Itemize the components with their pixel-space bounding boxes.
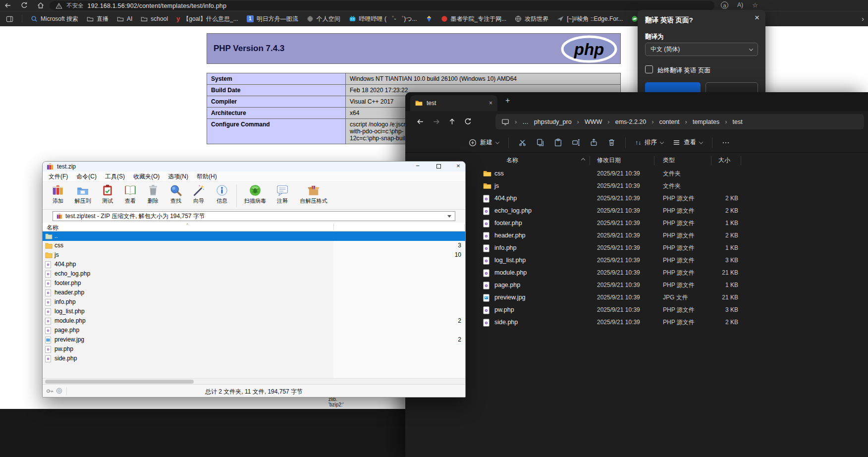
breadcrumb-item-WWW[interactable]: WWW — [585, 118, 602, 125]
tool-extract-button[interactable]: 解压到 — [69, 183, 96, 205]
new-tab-icon[interactable]: + — [505, 96, 510, 105]
archive-row[interactable]: css3 — [43, 241, 465, 250]
close-icon[interactable]: × — [454, 162, 463, 170]
copy-icon[interactable] — [536, 138, 544, 147]
tool-sfx-button[interactable]: 自解压格式 — [294, 183, 333, 205]
menu-item-收藏夹(O)[interactable]: 收藏夹(O) — [133, 172, 160, 181]
menu-item-选项(N)[interactable]: 选项(N) — [168, 172, 188, 181]
column-header-type[interactable]: 类型 — [663, 156, 675, 165]
refresh-icon[interactable] — [20, 1, 28, 9]
bookmark-item[interactable]: [~]#棱角 ::Edge.For... — [557, 15, 623, 23]
explorer-file-row[interactable]: pw.php2025/9/21 10:39PHP 源文件3 KB — [405, 304, 868, 316]
menu-item-工具(S)[interactable]: 工具(S) — [105, 172, 125, 181]
archive-row[interactable]: footer.php — [43, 279, 465, 288]
menu-item-帮助(H)[interactable]: 帮助(H) — [197, 172, 217, 181]
forward-icon[interactable] — [432, 117, 440, 126]
archive-row[interactable]: .. — [43, 231, 465, 241]
bookmark-item[interactable]: school — [141, 15, 168, 23]
explorer-file-row[interactable]: echo_log.php2025/9/21 10:39PHP 源文件2 KB — [405, 205, 868, 217]
explorer-file-row[interactable]: module.php2025/9/21 10:39PHP 源文件21 KB — [405, 267, 868, 279]
explorer-file-row[interactable]: preview.jpg2025/9/21 10:39JPG 文件21 KB — [405, 291, 868, 304]
archive-row[interactable]: info.php — [43, 297, 465, 307]
new-button[interactable]: 新建 — [469, 138, 499, 147]
archive-row[interactable]: log_list.php — [43, 307, 465, 316]
always-translate-checkbox[interactable] — [645, 65, 653, 73]
bookmark-item[interactable]: 攻防世界 — [515, 15, 548, 23]
column-header-name[interactable]: 名称 — [506, 156, 518, 165]
address-bar[interactable]: 不安全 192.168.1.56:902/content/templates/t… — [50, 1, 714, 10]
explorer-file-row[interactable]: js2025/9/21 10:39文件夹 — [405, 180, 868, 192]
bookmark-item[interactable]: Microsoft 搜索 — [31, 15, 78, 23]
archive-row[interactable]: header.php — [43, 288, 465, 297]
breadcrumb-item-phpstudy_pro[interactable]: phpstudy_pro — [534, 118, 572, 125]
sidebar-panel-icon[interactable] — [6, 15, 13, 23]
tool-test-button[interactable]: 测试 — [96, 183, 119, 205]
archive-row[interactable]: preview.jpg2 — [43, 335, 465, 344]
explorer-file-row[interactable]: 404.php2025/9/21 10:39PHP 源文件2 KB — [405, 192, 868, 205]
column-header-date[interactable]: 修改日期 — [597, 156, 621, 165]
bookmark-item[interactable]: 个人空间 — [307, 15, 340, 23]
archive-row[interactable]: echo_log.php — [43, 269, 465, 279]
more-options-icon[interactable] — [722, 139, 730, 147]
breadcrumb-item-content[interactable]: content — [659, 118, 680, 125]
tool-comment-button[interactable]: 注释 — [271, 183, 294, 205]
home-icon[interactable] — [37, 1, 45, 9]
explorer-file-row[interactable]: page.php2025/9/21 10:39PHP 源文件1 KB — [405, 279, 868, 291]
breadcrumb-item-test[interactable]: test — [732, 118, 742, 125]
tool-add-button[interactable]: 添加 — [47, 183, 69, 205]
tool-wizard-button[interactable]: 向导 — [187, 183, 210, 205]
breadcrumb-ellipsis[interactable]: … — [522, 118, 529, 125]
archive-row[interactable]: module.php2 — [43, 316, 465, 326]
tool-view-button[interactable]: 查看 — [119, 183, 142, 205]
bookmark-item[interactable]: 墨者学院_专注于网... — [441, 15, 507, 23]
archive-address-field[interactable]: test.zip\test - ZIP 压缩文件, 解包大小为 194,757 … — [53, 211, 455, 221]
explorer-file-row[interactable]: log_list.php2025/9/21 10:39PHP 源文件3 KB — [405, 254, 868, 267]
explorer-file-row[interactable]: header.php2025/9/21 10:39PHP 源文件2 KB — [405, 229, 868, 242]
sort-button[interactable]: ↑↓ 排序 — [635, 138, 663, 147]
back-icon[interactable] — [416, 117, 425, 126]
scrollbar-thumb[interactable] — [45, 380, 194, 384]
column-header-size[interactable]: 大小 — [718, 156, 730, 165]
translate-page-icon[interactable]: a — [721, 1, 728, 9]
archive-row[interactable]: page.php — [43, 326, 465, 335]
up-icon[interactable] — [448, 117, 456, 126]
rename-icon[interactable] — [572, 138, 580, 147]
menu-item-命令(C)[interactable]: 命令(C) — [76, 172, 97, 181]
back-icon[interactable] — [4, 1, 12, 9]
tool-delete-button[interactable]: 删除 — [142, 183, 164, 205]
explorer-tab-test[interactable]: test × — [410, 95, 497, 111]
maximize-icon[interactable] — [434, 164, 443, 169]
archive-row[interactable]: pw.php — [43, 344, 465, 354]
bookmark-item[interactable]: AI — [117, 15, 132, 23]
archive-row[interactable]: js10 — [43, 250, 465, 260]
bookmark-item[interactable]: y【goal】什么意思_... — [176, 15, 238, 23]
tool-find-button[interactable]: 查找 — [164, 183, 187, 205]
cut-icon[interactable] — [518, 138, 527, 147]
menu-item-文件(F)[interactable]: 文件(F) — [49, 172, 68, 181]
delete-icon[interactable] — [607, 138, 616, 147]
tool-scan-button[interactable]: 扫描病毒 — [239, 183, 271, 205]
explorer-file-row[interactable]: side.php2025/9/21 10:39PHP 源文件2 KB — [405, 316, 868, 329]
read-aloud-icon[interactable]: A) — [737, 1, 743, 8]
breadcrumb-item-templates[interactable]: templates — [693, 118, 719, 125]
tab-close-icon[interactable]: × — [489, 100, 492, 107]
bookmark-item[interactable]: 直播 — [87, 15, 108, 23]
winrar-title-bar[interactable]: test.zip — [43, 162, 465, 171]
explorer-file-row[interactable]: css2025/9/21 10:39文件夹 — [405, 168, 868, 180]
explorer-file-row[interactable]: footer.php2025/9/21 10:39PHP 源文件1 KB — [405, 217, 868, 229]
view-button[interactable]: 查看 — [673, 138, 703, 147]
dropdown-arrow-icon[interactable] — [447, 215, 451, 218]
breadcrumb-item-ems-2.2.20[interactable]: ems-2.2.20 — [615, 118, 647, 125]
breadcrumb[interactable]: › … phpstudy_pro›WWW›ems-2.2.20›content›… — [495, 114, 864, 129]
explorer-file-row[interactable]: info.php2025/9/21 10:39PHP 源文件1 KB — [405, 242, 868, 254]
column-header-name[interactable]: 名称 — [47, 224, 58, 232]
bookmarks-overflow-chevron[interactable]: › — [862, 15, 864, 23]
refresh-icon[interactable] — [464, 117, 472, 126]
horizontal-scrollbar[interactable] — [43, 378, 465, 384]
paste-icon[interactable] — [554, 138, 562, 147]
share-icon[interactable] — [590, 138, 598, 147]
favorites-star-icon[interactable]: ☆ — [752, 1, 758, 9]
tool-info-button[interactable]: 信息 — [210, 183, 234, 205]
bookmark-item[interactable]: 1明日方舟—图流 — [247, 15, 298, 23]
archive-row[interactable]: side.php — [43, 354, 465, 363]
